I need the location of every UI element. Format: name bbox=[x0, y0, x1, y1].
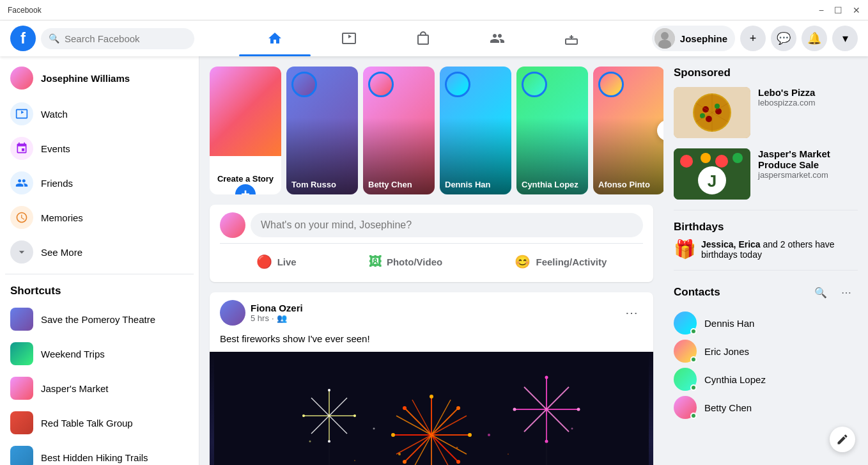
notifications-btn[interactable]: 🔔 bbox=[802, 26, 827, 51]
create-story-plus[interactable]: + bbox=[233, 182, 258, 194]
story-afonso-pinto[interactable]: Afonso Pinto bbox=[593, 67, 663, 194]
maximize-btn[interactable]: ☐ bbox=[834, 5, 842, 15]
contacts-header: Contacts 🔍 ⋯ bbox=[674, 281, 858, 304]
contacts-more-btn[interactable]: ⋯ bbox=[835, 281, 858, 304]
watch-icon bbox=[10, 102, 33, 125]
svg-point-24 bbox=[456, 460, 460, 464]
svg-point-77 bbox=[701, 153, 711, 163]
story-cynthia-lopez[interactable]: Cynthia Lopez bbox=[516, 67, 588, 194]
birthday-icon: 🎁 bbox=[674, 239, 696, 260]
divider-2 bbox=[674, 270, 858, 271]
topnav: f 🔍 Josephine + 💬 🔔 ▾ bbox=[0, 20, 868, 56]
story-tom-russo[interactable]: Tom Russo bbox=[286, 67, 358, 194]
online-indicator-3 bbox=[690, 384, 697, 391]
contact-cynthia-lopez[interactable]: Cynthia Lopez bbox=[674, 365, 858, 393]
story-betty-chen[interactable]: Betty Chen bbox=[363, 67, 435, 194]
add-btn[interactable]: + bbox=[740, 26, 766, 51]
facebook-logo[interactable]: f bbox=[10, 26, 36, 51]
save-pomeroy-label: Save the Pomeroy Theatre bbox=[41, 314, 155, 325]
messenger-btn[interactable]: 💬 bbox=[771, 26, 796, 51]
post-time-dot: · bbox=[272, 313, 274, 323]
svg-point-79 bbox=[732, 153, 743, 163]
sidebar-item-friends[interactable]: Friends bbox=[5, 166, 194, 200]
composer-top bbox=[220, 212, 643, 238]
sidebar-item-jaspers-market[interactable]: Jasper's Market bbox=[5, 372, 194, 405]
sidebar-item-hiking[interactable]: Best Hidden Hiking Trails bbox=[5, 441, 194, 465]
live-action[interactable]: 🔴 Live bbox=[246, 249, 307, 274]
contacts-search-btn[interactable]: 🔍 bbox=[809, 281, 832, 304]
contact-dennis-han[interactable]: Dennis Han bbox=[674, 309, 858, 337]
audience-icon: 👥 bbox=[277, 313, 287, 323]
birthday-text: Jessica, Erica and 2 others have birthda… bbox=[701, 239, 858, 260]
ad-image-market: J bbox=[674, 148, 750, 200]
sidebar: Josephine Williams Watch Events Friends bbox=[0, 56, 199, 465]
main-layout: Josephine Williams Watch Events Friends bbox=[0, 56, 868, 465]
create-story-card[interactable]: + Create a Story bbox=[210, 67, 281, 194]
post-card: Fiona Ozeri 5 hrs · 👥 ⋯ Best fireworks s… bbox=[210, 292, 653, 465]
nav-watch[interactable] bbox=[313, 23, 385, 54]
see-more-icon bbox=[10, 240, 33, 264]
contacts-actions: 🔍 ⋯ bbox=[809, 281, 858, 304]
afonso-pinto-avatar bbox=[598, 72, 624, 97]
svg-point-50 bbox=[577, 408, 580, 411]
nav-home[interactable] bbox=[239, 23, 311, 54]
post-author-avatar bbox=[220, 300, 245, 326]
feeling-label: Feeling/Activity bbox=[536, 256, 607, 267]
user-profile-avatar bbox=[10, 67, 33, 90]
minimize-btn[interactable]: − bbox=[819, 5, 824, 15]
story-dennis-han[interactable]: Dennis Han bbox=[440, 67, 511, 194]
sidebar-item-save-pomeroy[interactable]: Save the Pomeroy Theatre bbox=[5, 303, 194, 336]
weekend-trips-icon bbox=[10, 342, 33, 365]
nav-groups[interactable] bbox=[461, 23, 533, 54]
sidebar-item-watch[interactable]: Watch bbox=[5, 97, 194, 130]
svg-point-78 bbox=[715, 155, 728, 168]
post-text: Best fireworks show I've ever seen! bbox=[210, 333, 653, 352]
sidebar-item-memories[interactable]: Memories bbox=[5, 201, 194, 234]
ad-image-pizza bbox=[674, 87, 750, 138]
search-input[interactable] bbox=[65, 33, 187, 44]
ad-card-market[interactable]: J Jasper's Market Produce Sale jaspersma… bbox=[674, 148, 858, 200]
svg-point-22 bbox=[456, 406, 460, 410]
account-menu-btn[interactable]: ▾ bbox=[832, 26, 858, 51]
svg-point-37 bbox=[328, 389, 330, 391]
birthdays-section: Birthdays 🎁 Jessica, Erica and 2 others … bbox=[674, 221, 858, 260]
sidebar-user[interactable]: Josephine Williams bbox=[5, 61, 194, 95]
betty-chen-contact-name: Betty Chen bbox=[704, 402, 752, 413]
svg-point-49 bbox=[545, 376, 548, 379]
photo-video-action[interactable]: 🖼 Photo/Video bbox=[359, 249, 453, 274]
svg-point-67 bbox=[702, 106, 709, 113]
betty-chen-avatar bbox=[368, 72, 394, 97]
nav-marketplace[interactable] bbox=[387, 23, 459, 54]
sidebar-item-events[interactable]: Events bbox=[5, 132, 194, 165]
post-more-btn[interactable]: ⋯ bbox=[620, 303, 643, 323]
svg-point-56 bbox=[398, 453, 401, 455]
composer-input[interactable] bbox=[251, 213, 643, 237]
contact-eric-jones[interactable]: Eric Jones bbox=[674, 337, 858, 365]
jaspers-market-icon bbox=[10, 377, 33, 400]
user-chip[interactable]: Josephine bbox=[652, 26, 735, 51]
post-time-text: 5 hrs bbox=[251, 313, 269, 323]
online-indicator-4 bbox=[690, 413, 697, 419]
post-composer: 🔴 Live 🖼 Photo/Video 😊 Feeling/Activity bbox=[210, 205, 653, 282]
close-btn[interactable]: ✕ bbox=[853, 5, 860, 15]
contact-betty-chen[interactable]: Betty Chen bbox=[674, 393, 858, 422]
feeling-action[interactable]: 😊 Feeling/Activity bbox=[504, 249, 617, 274]
sidebar-events-label: Events bbox=[41, 143, 70, 154]
sidebar-item-weekend-trips[interactable]: Weekend Trips bbox=[5, 337, 194, 370]
ad-url-pizza: lebospizza.com bbox=[758, 98, 858, 107]
right-panel: Sponsored bbox=[663, 56, 868, 465]
sidebar-item-red-table[interactable]: Red Table Talk Group bbox=[5, 406, 194, 439]
ad-card-pizza[interactable]: Lebo's Pizza lebospizza.com bbox=[674, 87, 858, 138]
red-table-label: Red Table Talk Group bbox=[41, 418, 133, 429]
create-story-image bbox=[210, 67, 281, 156]
user-avatar bbox=[655, 28, 675, 49]
search-box[interactable]: 🔍 bbox=[41, 28, 194, 49]
floating-edit-btn[interactable] bbox=[830, 427, 855, 452]
divider-1 bbox=[674, 210, 858, 210]
svg-point-69 bbox=[706, 116, 712, 122]
search-icon: 🔍 bbox=[49, 33, 59, 43]
nav-gaming[interactable] bbox=[536, 23, 607, 54]
svg-point-61 bbox=[571, 428, 573, 430]
user-name-chip: Josephine bbox=[680, 33, 727, 44]
sidebar-item-see-more[interactable]: See More bbox=[5, 235, 194, 269]
